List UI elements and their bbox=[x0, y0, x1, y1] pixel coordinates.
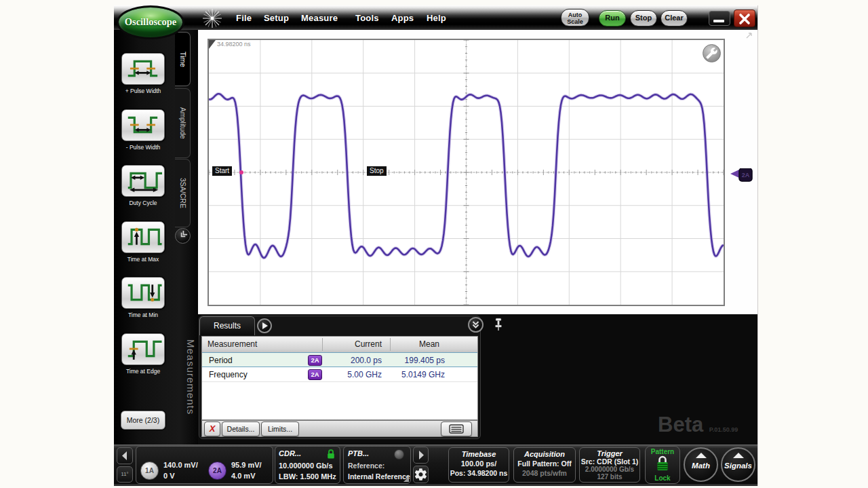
ptb-title: PTB... bbox=[348, 449, 369, 457]
timebase-panel[interactable]: Timebase 100.00 ps/ Pos: 34.98200 ns bbox=[448, 447, 509, 483]
tool-label: Time at Min bbox=[114, 312, 172, 318]
window-right-edge bbox=[757, 5, 758, 486]
math-up-icon bbox=[695, 452, 707, 459]
results-tab[interactable]: Results bbox=[199, 316, 255, 335]
result-name: Period bbox=[209, 356, 233, 365]
tool--pulse-width-button[interactable]: .gw{stroke:#207a2d;stroke-width:3;fill:n… bbox=[121, 53, 165, 85]
result-current: 200.0 ps bbox=[324, 356, 382, 365]
channels-panel: 1A 140.0 mV/ 0 V 2A 95.9 mV/ 4.0 mV bbox=[136, 446, 273, 484]
wrench-icon bbox=[706, 48, 718, 60]
math-label: Math bbox=[685, 462, 717, 470]
tab-3sa-cre[interactable]: 3SA/CRE bbox=[175, 159, 191, 227]
tab-time[interactable]: Time bbox=[175, 32, 191, 86]
details-button[interactable]: Details... bbox=[222, 421, 260, 436]
menu-tools[interactable]: Tools bbox=[355, 13, 379, 23]
close-button[interactable] bbox=[734, 10, 755, 27]
trigger-title: Trigger bbox=[580, 449, 639, 457]
col-measurement[interactable]: Measurement bbox=[208, 339, 257, 349]
channel-1a-button[interactable]: 1A bbox=[140, 462, 159, 480]
channel-2a-marker[interactable]: 2A bbox=[730, 168, 755, 186]
channel-2a-scale[interactable]: 95.9 mV/ bbox=[231, 461, 262, 469]
channel-2a-offset[interactable]: 4.0 mV bbox=[231, 472, 255, 480]
channel-2a-id: 2A bbox=[213, 467, 222, 474]
oscilloscope-logo: Oscilloscope bbox=[117, 5, 184, 39]
scroll-left-button[interactable] bbox=[117, 447, 133, 464]
app-window: File Setup Measure Tools Apps Help AutoS… bbox=[114, 5, 757, 486]
acquisition-points: 2048 pts/wfm bbox=[514, 469, 575, 477]
timebase-scale: 100.00 ps/ bbox=[449, 459, 509, 468]
results-play-button[interactable] bbox=[257, 318, 272, 333]
timebase-delay-label: 34.98200 ns bbox=[217, 41, 251, 48]
limits-button[interactable]: Limits... bbox=[261, 421, 299, 436]
pattern-lock-button[interactable]: Pattern Lock bbox=[645, 446, 680, 484]
results-bottom-bar: X Details... Limits... bbox=[201, 420, 478, 437]
col-mean[interactable]: Mean bbox=[385, 339, 439, 349]
cdr-lock-icon bbox=[326, 449, 336, 459]
auto-scale-button[interactable]: AutoScale bbox=[561, 9, 589, 26]
channel-1a-scale[interactable]: 140.0 mV/ bbox=[163, 461, 198, 469]
tool-time-at-min-button[interactable]: .gw{stroke:#207a2d;stroke-width:3;fill:n… bbox=[121, 277, 165, 309]
clear-button[interactable]: Clear bbox=[660, 10, 688, 26]
tool--pulse-width-button[interactable]: .gw{stroke:#207a2d;stroke-width:3;fill:n… bbox=[121, 109, 165, 141]
menu-setup[interactable]: Setup bbox=[264, 13, 289, 23]
results-table-header: Measurement Current Mean bbox=[202, 337, 477, 353]
duty-cycle-icon: .gw{stroke:#207a2d;stroke-width:3;fill:n… bbox=[124, 168, 162, 193]
pos-pulse-width-icon: .gw{stroke:#207a2d;stroke-width:3;fill:n… bbox=[124, 56, 162, 81]
collapse-results-button[interactable] bbox=[468, 317, 484, 333]
channel-1a-id: 1A bbox=[145, 467, 154, 474]
ptb-led-icon bbox=[394, 449, 404, 459]
menu-help[interactable]: Help bbox=[427, 13, 446, 23]
collapse-tabs-button[interactable] bbox=[175, 228, 191, 244]
trigger-panel[interactable]: Trigger Src: CDR (Slot 1) 2.0000000 Gb/s… bbox=[579, 447, 640, 483]
menu-file[interactable]: File bbox=[236, 13, 252, 23]
acquisition-panel[interactable]: Acquisition Full Pattern: Off 2048 pts/w… bbox=[513, 447, 576, 483]
pin-icon[interactable] bbox=[492, 318, 505, 331]
tool-time-at-edge-button[interactable]: .gw{stroke:#207a2d;stroke-width:3;fill:n… bbox=[121, 333, 165, 365]
menu-measure[interactable]: Measure bbox=[301, 13, 338, 23]
cdr-panel[interactable]: CDR... 10.000000 Gb/s LBW: 1.500 MHz bbox=[275, 446, 340, 484]
tool-duty-cycle-button[interactable]: .gw{stroke:#207a2d;stroke-width:3;fill:n… bbox=[121, 165, 165, 197]
ptb-panel[interactable]: PTB... Reference: Internal Reference bbox=[343, 446, 411, 484]
ptb-reference-value: Internal Reference bbox=[348, 472, 410, 481]
status-bar: 11° 1A 140.0 mV/ 0 V 2A 95.9 mV/ 4.0 mV … bbox=[114, 445, 757, 485]
more-button[interactable]: More (2/3) bbox=[121, 411, 165, 430]
scroll-right-button[interactable] bbox=[413, 447, 429, 464]
result-current: 5.00 GHz bbox=[324, 370, 382, 379]
delete-measurement-button[interactable]: X bbox=[204, 421, 220, 436]
minimize-icon bbox=[713, 20, 724, 22]
settings-button[interactable] bbox=[413, 466, 429, 483]
chevron-down-icon bbox=[469, 318, 482, 331]
channel-1a-offset[interactable]: 0 V bbox=[163, 472, 175, 480]
toolbar-panel-label: Measurements bbox=[179, 339, 197, 441]
tool-label: - Pulse Width bbox=[114, 144, 172, 151]
keypad-button[interactable] bbox=[441, 421, 472, 436]
start-marker-label[interactable]: Start bbox=[212, 166, 232, 176]
trigger-source: Src: CDR (Slot 1) bbox=[580, 457, 639, 466]
tab-amplitude[interactable]: Amplitude bbox=[175, 88, 191, 158]
corner-cursor-icon bbox=[745, 31, 754, 41]
col-current[interactable]: Current bbox=[324, 339, 382, 349]
timebase-title: Timebase bbox=[449, 450, 509, 458]
stop-marker-label[interactable]: Stop bbox=[367, 166, 387, 176]
trigger-rate: 2.0000000 Gb/s bbox=[580, 466, 639, 473]
math-button[interactable]: Math bbox=[684, 447, 718, 482]
stop-button[interactable]: Stop bbox=[630, 10, 657, 26]
status-corner-button[interactable]: 11° bbox=[117, 466, 133, 483]
channel-2a-button[interactable]: 2A bbox=[208, 462, 226, 480]
minimize-button[interactable] bbox=[709, 11, 730, 26]
menu-apps[interactable]: Apps bbox=[391, 13, 414, 23]
list-icon bbox=[449, 424, 464, 434]
tool-time-at-max-button[interactable]: .gw{stroke:#207a2d;stroke-width:3;fill:n… bbox=[121, 221, 165, 253]
result-row-frequency[interactable]: Frequency2A5.00 GHz5.0149 GHz bbox=[202, 367, 477, 382]
marker-channel-label: 2A bbox=[742, 172, 750, 179]
timebase-position: Pos: 34.98200 ns bbox=[449, 469, 509, 477]
result-row-period[interactable]: Period2A200.0 ps199.405 ps bbox=[202, 352, 477, 367]
result-name: Frequency bbox=[209, 370, 248, 379]
signals-button[interactable]: Signals bbox=[721, 447, 755, 482]
logo-text: Oscilloscope bbox=[117, 16, 184, 28]
signals-label: Signals bbox=[722, 462, 754, 470]
tool-label: Time at Max bbox=[114, 256, 172, 263]
run-button[interactable]: Run bbox=[599, 10, 626, 26]
graticule-tools-button[interactable] bbox=[703, 44, 721, 62]
result-mean: 199.405 ps bbox=[385, 356, 445, 365]
